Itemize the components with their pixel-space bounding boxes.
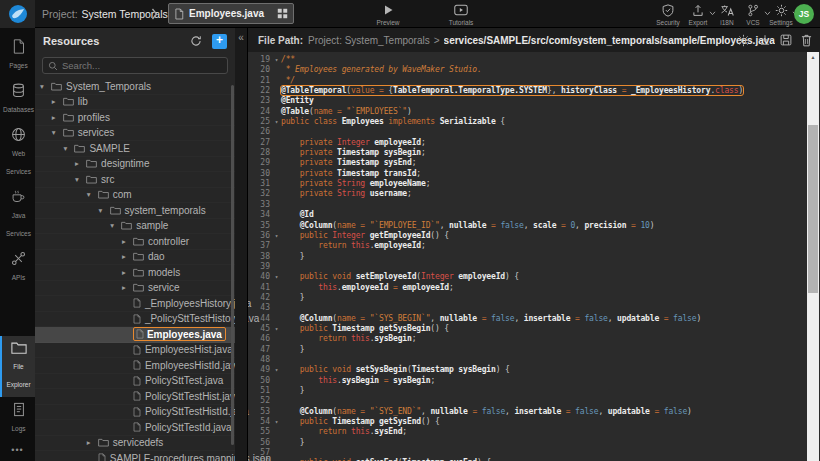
tree-item-label: EmployeesHist.java [145, 344, 233, 355]
sidebar-item-databases[interactable]: Databases [0, 78, 35, 122]
download-icon[interactable] [759, 34, 771, 47]
scrollbar-thumb[interactable] [808, 125, 818, 293]
add-resource-button[interactable]: + [212, 34, 227, 49]
tree-item-policystttest-java[interactable]: PolicySttTest.java [35, 374, 235, 390]
app-logo[interactable] [0, 0, 35, 28]
tree-item-policystttestid-java[interactable]: PolicySttTestId.java [35, 420, 235, 436]
preview-button[interactable]: Preview [368, 3, 408, 26]
chevron-right-icon[interactable]: ▸ [52, 97, 63, 106]
grid-icon[interactable] [277, 8, 288, 19]
sidebar-overflow-button[interactable]: ••• [0, 441, 35, 461]
code-line-54: 54▾ public Timestamp getSysEnd() { [252, 417, 820, 427]
folder-icon [86, 159, 97, 168]
sidebar-item-apis[interactable]: APIs [0, 246, 35, 290]
chevron-down-icon[interactable]: ▾ [87, 190, 98, 199]
tree-item-sample-procedures-mappings-json[interactable]: SAMPLE-procedures.mappings.json [35, 451, 235, 461]
fold-toggle-icon[interactable]: ▾ [272, 231, 281, 241]
tree-scrollbar[interactable] [231, 85, 234, 445]
trash-icon[interactable] [801, 34, 812, 47]
chevron-right-icon[interactable]: ▸ [122, 283, 133, 292]
chevron-down-icon[interactable]: ▾ [63, 144, 74, 153]
fold-toggle-icon[interactable]: ▾ [272, 272, 281, 282]
tree-item-label: models [148, 267, 180, 278]
scroll-up-arrow[interactable]: ▲ [807, 52, 819, 62]
collapse-panel-icon[interactable]: « [235, 32, 247, 43]
tree-item-label: sample [136, 220, 168, 231]
code-line-45: 45▾ public Timestamp getSysBegin() { [252, 324, 820, 334]
tree-item-employeeshistid-java[interactable]: EmployeesHistId.java [35, 358, 235, 374]
tab-employees-java[interactable]: Employees.java [168, 3, 294, 24]
folder-icon [98, 438, 109, 447]
fold-toggle-icon[interactable]: ▾ [272, 365, 281, 375]
file-icon [133, 360, 141, 370]
folder-icon [121, 221, 132, 230]
sidebar-item-file-explorer[interactable]: File Explorer [0, 336, 35, 397]
code-text: @Table(name = "`EMPLOYEES`") [281, 107, 412, 116]
file-explorer-icon [3, 341, 34, 355]
tree-item-policystttesthist-java[interactable]: PolicySttTestHist.java [35, 389, 235, 405]
fold-toggle-icon[interactable]: ▾ [272, 417, 281, 427]
tree-item-sample[interactable]: ▾SAMPLE [35, 141, 235, 157]
top-bar: Project: System Temporals Employees.java… [0, 0, 820, 28]
chevron-right-icon[interactable]: ▸ [122, 252, 133, 261]
tree-item-label: services [78, 127, 115, 138]
tree-item-employees-java[interactable]: Employees.java [35, 327, 235, 343]
code-editor[interactable]: 19▾/**20 * Employees generated by WaveMa… [248, 52, 820, 461]
editor-scrollbar[interactable]: ▲ [807, 52, 819, 461]
folder-icon [74, 144, 85, 153]
fold-toggle-icon[interactable]: ▾ [272, 324, 281, 334]
tree-item-sample[interactable]: ▾sample [35, 219, 235, 235]
chevron-right-icon[interactable]: ▸ [122, 268, 133, 277]
chevron-down-icon[interactable]: ▾ [52, 128, 63, 137]
chevron-right-icon[interactable]: ▸ [52, 113, 63, 122]
tree-item-models[interactable]: ▸models [35, 265, 235, 281]
tree-item-profiles[interactable]: ▸profiles [35, 110, 235, 126]
tree-item-label: SAMPLE [89, 143, 130, 154]
tab-label: Employees.java [189, 8, 277, 19]
sidebar-item-logs[interactable]: Logs [0, 397, 35, 441]
project-breadcrumb[interactable]: Project: System Temporals [42, 0, 168, 28]
chevron-down-icon[interactable]: ▾ [75, 175, 86, 184]
code-line-47: 47 } [252, 345, 820, 355]
code-text: @Column(name = "`SYS_END`", nullable = f… [281, 407, 692, 416]
chevron-right-icon[interactable]: ▸ [87, 438, 98, 447]
code-text: private Timestamp sysBegin; [281, 148, 426, 157]
tree-item-system-temporals[interactable]: ▾system_temporals [35, 203, 235, 219]
fold-toggle-icon[interactable]: ▾ [272, 117, 281, 127]
tree-item-servicedefs[interactable]: ▸servicedefs [35, 436, 235, 452]
tree-item--policystttesthistory-java[interactable]: _PolicySttTestHistory.java [35, 312, 235, 328]
search-input[interactable] [62, 60, 212, 71]
tree-item-com[interactable]: ▾com [35, 188, 235, 204]
editor-settings-gear-icon[interactable] [737, 34, 750, 47]
tree-item-employeeshist-java[interactable]: EmployeesHist.java [35, 343, 235, 359]
resource-search[interactable] [42, 57, 228, 74]
sidebar-item-java-services[interactable]: Java Services [0, 184, 35, 246]
sidebar-item-web-services[interactable]: Web Services [0, 122, 35, 184]
tree-item-system-temporals[interactable]: ▾System_Temporals [35, 79, 235, 95]
sidebar-item-pages[interactable]: Pages [0, 34, 35, 78]
fold-toggle-icon[interactable]: ▾ [272, 55, 281, 65]
chevron-down-icon[interactable]: ▾ [40, 82, 51, 91]
tree-item-services[interactable]: ▾services [35, 126, 235, 142]
tree-item-designtime[interactable]: ▸designtime [35, 157, 235, 173]
code-line-36: 36▾ public Integer getEmployeeId() { [252, 231, 820, 241]
tree-item-src[interactable]: ▾src [35, 172, 235, 188]
tree-item-policystttesthistid-java[interactable]: PolicySttTestHistId.java [35, 405, 235, 421]
search-icon [48, 61, 58, 71]
code-text: public class Employees implements Serial… [281, 117, 505, 126]
user-avatar[interactable]: JS [794, 4, 814, 24]
tree-item-lib[interactable]: ▸lib [35, 95, 235, 111]
refresh-icon[interactable] [190, 35, 202, 47]
tree-item--employeeshistory-java[interactable]: _EmployeesHistory.java [35, 296, 235, 312]
code-line-38: 38 } [252, 252, 820, 262]
tree-item-dao[interactable]: ▸dao [35, 250, 235, 266]
tree-item-service[interactable]: ▸service [35, 281, 235, 297]
tree-item-controller[interactable]: ▸controller [35, 234, 235, 250]
chevron-right-icon[interactable]: ▸ [75, 159, 86, 168]
chevron-down-icon[interactable]: ▾ [110, 221, 121, 230]
tutorials-button[interactable]: Tutorials [441, 3, 481, 26]
resources-panel: Resources + ▾System_Temporals▸lib▸profil… [35, 28, 235, 461]
chevron-down-icon[interactable]: ▾ [99, 206, 110, 215]
save-icon[interactable] [780, 34, 792, 46]
chevron-right-icon[interactable]: ▸ [122, 237, 133, 246]
